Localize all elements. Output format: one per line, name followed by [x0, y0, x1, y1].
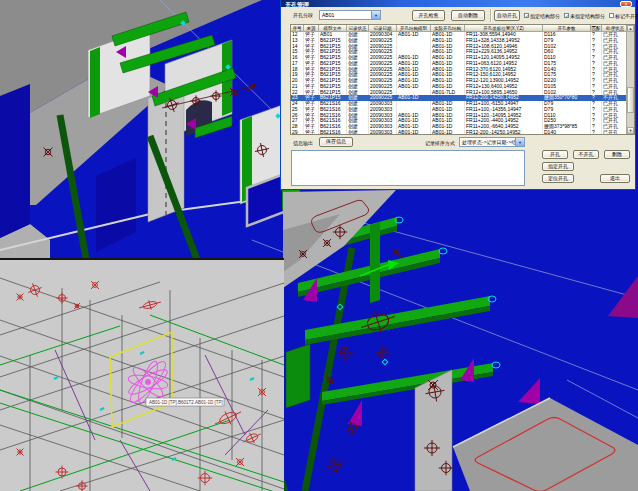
scrollbar-thumb[interactable]	[627, 87, 634, 113]
no-open-hole-button[interactable]: 不开孔	[573, 150, 599, 159]
delete-button[interactable]: 删除	[604, 150, 630, 159]
checkbox-box-icon[interactable]	[609, 13, 614, 18]
segment-label: 开孔分段	[293, 12, 313, 18]
inset-canvas: AB01-1D [TP].B601T2.AB01-1D [TP]	[0, 260, 284, 491]
wireframe-inset-view[interactable]: AB01-1D [TP].B601T2.AB01-1D [TP]	[0, 258, 284, 491]
column-header[interactable]: 来源	[304, 25, 319, 32]
checkbox-label: 指定结构部分	[530, 13, 560, 19]
table-cell: FR12-200,-14250,14952	[465, 130, 543, 134]
segment-value: AB01	[320, 12, 371, 18]
scroll-down-icon[interactable]: ▼	[627, 127, 634, 134]
column-header[interactable]: 开孔坐标位置(X,Y,Z)	[465, 25, 543, 32]
checkbox-checked[interactable]: ✓未指定结构部分	[564, 13, 605, 19]
column-header[interactable]: 开孔结构模型	[397, 25, 431, 32]
column-header[interactable]: 开孔参数	[543, 25, 591, 32]
checkbox-box-icon[interactable]: ✓	[564, 13, 569, 18]
table-cell: 创建	[347, 130, 369, 134]
hole-table-header: 序号来源模型文件记录状态记录日期开孔结构模型实际开孔结构开孔坐标位置(X,Y,Z…	[291, 25, 626, 32]
column-header[interactable]: 记录日期	[369, 25, 397, 32]
checkbox-label: 标记不开孔部分	[615, 13, 638, 19]
column-header[interactable]: 实际开孔结构	[431, 25, 465, 32]
segment-combobox[interactable]: AB01 ▼	[319, 10, 381, 20]
table-cell: 管子	[304, 130, 319, 134]
sort-mode-label: 记录排序方式	[425, 140, 455, 146]
assign-hole-button[interactable]: 指定开孔	[542, 162, 574, 171]
info-output-label: 信息输出	[293, 140, 313, 146]
hole-table: 序号来源模型文件记录状态记录日期开孔结构模型实际开孔结构开孔坐标位置(X,Y,Z…	[290, 24, 635, 135]
table-cell: 20090303	[369, 130, 397, 134]
dialog-title: 开孔管理	[285, 2, 309, 7]
hole-table-body: 12管子AB01创建20090304AB01-1DAB01-1DFR11-308…	[291, 32, 626, 134]
table-cell: 29	[291, 130, 304, 134]
toolbar-separator	[490, 9, 492, 22]
checkbox-label: 未指定结构部分	[570, 13, 605, 19]
column-header[interactable]: 处理状态	[602, 25, 626, 32]
auto-open-button[interactable]: 自动开孔	[494, 10, 520, 21]
checkbox-group: ✓指定结构部分✓未指定结构部分标记不开孔部分	[524, 11, 638, 20]
open-hole-button[interactable]: 开孔	[542, 150, 568, 159]
checkbox-unchecked[interactable]: 标记不开孔部分	[609, 13, 638, 19]
table-scrollbar[interactable]: ▲ ▼	[626, 25, 634, 134]
info-output-textarea[interactable]	[291, 150, 525, 186]
part-name-tag-text: AB01-1D [TP].B601T2.AB01-1D [TP]	[149, 400, 223, 405]
column-header[interactable]: 模型文件	[319, 25, 347, 32]
table-cell: B621S16	[319, 130, 347, 134]
auto-delete-button[interactable]: 自动删除	[451, 10, 485, 21]
hole-check-button[interactable]: 开孔检查	[412, 10, 445, 21]
table-cell: ?	[591, 130, 602, 134]
dialog-titlebar[interactable]: 开孔管理	[281, 0, 635, 7]
hole-table-columns: 序号来源模型文件记录状态记录日期开孔结构模型实际开孔结构开孔坐标位置(X,Y,Z…	[291, 25, 626, 134]
hole-management-dialog: 开孔管理 × 开孔分段 AB01 ▼ 开孔检查 自动删除 自动开孔 ✓指定结构部…	[280, 0, 636, 190]
table-cell: D140	[543, 130, 591, 134]
column-header[interactable]: 记录状态	[347, 25, 369, 32]
checkbox-checked[interactable]: ✓指定结构部分	[524, 13, 560, 19]
chevron-down-icon[interactable]: ▼	[515, 138, 524, 146]
part-name-tag: AB01-1D [TP].B601T2.AB01-1D [TP]	[146, 398, 224, 406]
column-header[interactable]: 序号	[291, 25, 304, 32]
chevron-down-icon[interactable]: ▼	[371, 11, 380, 19]
sort-mode-combobox[interactable]: 处理状态->记录日期->结构 ▼	[459, 137, 525, 147]
exit-button[interactable]: 退出	[600, 174, 630, 183]
table-cell: AB01-1D	[397, 130, 431, 134]
table-cell: 已开孔	[602, 130, 626, 134]
locate-hole-button[interactable]: 定位开孔	[542, 174, 574, 183]
close-icon[interactable]: ×	[620, 1, 632, 7]
column-header[interactable]: 匹配	[591, 25, 602, 32]
table-row[interactable]: 29管子B621S16创建20090303AB01-1DAB01-1DFR12-…	[291, 130, 626, 134]
sort-mode-value: 处理状态->记录日期->结构	[460, 139, 515, 145]
table-cell: AB01-1D	[431, 130, 465, 134]
checkbox-box-icon[interactable]: ✓	[524, 13, 529, 18]
save-info-button[interactable]: 保存信息	[319, 137, 353, 147]
scroll-up-icon[interactable]: ▲	[627, 25, 634, 32]
